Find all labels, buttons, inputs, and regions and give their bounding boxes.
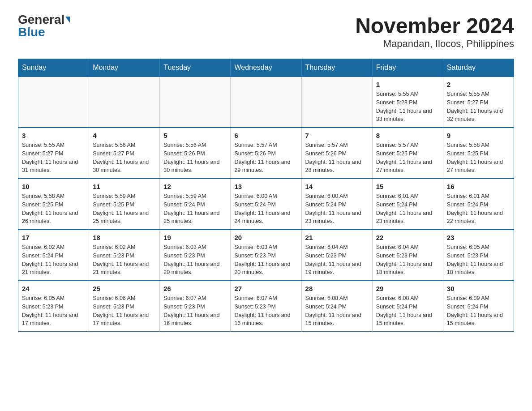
calendar-cell: 17Sunrise: 6:02 AMSunset: 5:24 PMDayligh…	[18, 230, 89, 281]
day-number: 29	[376, 285, 439, 292]
day-info: Sunrise: 6:08 AMSunset: 5:24 PMDaylight:…	[305, 294, 369, 328]
calendar-week-row: 1Sunrise: 5:55 AMSunset: 5:28 PMDaylight…	[18, 77, 514, 128]
page-subtitle: Mapandan, Ilocos, Philippines	[355, 38, 514, 50]
calendar-cell: 25Sunrise: 6:06 AMSunset: 5:23 PMDayligh…	[89, 281, 160, 332]
day-info: Sunrise: 6:09 AMSunset: 5:24 PMDaylight:…	[447, 294, 510, 328]
day-info: Sunrise: 5:55 AMSunset: 5:27 PMDaylight:…	[22, 141, 85, 175]
day-info: Sunrise: 6:06 AMSunset: 5:23 PMDaylight:…	[93, 294, 156, 328]
calendar-cell: 24Sunrise: 6:05 AMSunset: 5:23 PMDayligh…	[18, 281, 89, 332]
day-info: Sunrise: 5:59 AMSunset: 5:25 PMDaylight:…	[93, 192, 156, 226]
day-number: 13	[234, 183, 297, 190]
day-number: 11	[93, 183, 156, 190]
calendar-cell: 15Sunrise: 6:01 AMSunset: 5:24 PMDayligh…	[372, 179, 443, 230]
day-info: Sunrise: 6:00 AMSunset: 5:24 PMDaylight:…	[234, 192, 297, 226]
day-info: Sunrise: 5:58 AMSunset: 5:25 PMDaylight:…	[447, 141, 510, 175]
day-number: 18	[93, 234, 156, 241]
day-info: Sunrise: 6:05 AMSunset: 5:23 PMDaylight:…	[447, 243, 510, 277]
day-info: Sunrise: 6:03 AMSunset: 5:23 PMDaylight:…	[234, 243, 297, 277]
day-number: 4	[93, 132, 156, 139]
calendar-cell: 6Sunrise: 5:57 AMSunset: 5:26 PMDaylight…	[231, 128, 301, 179]
day-info: Sunrise: 5:57 AMSunset: 5:26 PMDaylight:…	[234, 141, 297, 175]
day-number: 24	[22, 285, 85, 292]
calendar-cell	[160, 77, 231, 128]
title-block: November 2024 Mapandan, Ilocos, Philippi…	[355, 13, 514, 50]
calendar-cell: 8Sunrise: 5:57 AMSunset: 5:25 PMDaylight…	[372, 128, 443, 179]
calendar-cell: 10Sunrise: 5:58 AMSunset: 5:25 PMDayligh…	[18, 179, 89, 230]
day-info: Sunrise: 6:03 AMSunset: 5:23 PMDaylight:…	[163, 243, 227, 277]
calendar-cell: 3Sunrise: 5:55 AMSunset: 5:27 PMDaylight…	[18, 128, 89, 179]
calendar-cell: 12Sunrise: 5:59 AMSunset: 5:24 PMDayligh…	[160, 179, 231, 230]
day-info: Sunrise: 6:04 AMSunset: 5:23 PMDaylight:…	[376, 243, 439, 277]
day-number: 6	[234, 132, 297, 139]
day-info: Sunrise: 5:57 AMSunset: 5:25 PMDaylight:…	[376, 141, 439, 175]
weekday-header-row: SundayMondayTuesdayWednesdayThursdayFrid…	[18, 59, 514, 77]
calendar-cell: 19Sunrise: 6:03 AMSunset: 5:23 PMDayligh…	[160, 230, 231, 281]
day-number: 30	[447, 285, 510, 292]
day-info: Sunrise: 5:55 AMSunset: 5:28 PMDaylight:…	[376, 90, 439, 124]
day-info: Sunrise: 6:01 AMSunset: 5:24 PMDaylight:…	[376, 192, 439, 226]
page-header: General Blue November 2024 Mapandan, Ilo…	[18, 13, 514, 50]
calendar-cell	[301, 77, 372, 128]
day-number: 16	[447, 183, 510, 190]
calendar-cell: 28Sunrise: 6:08 AMSunset: 5:24 PMDayligh…	[301, 281, 372, 332]
calendar-cell: 21Sunrise: 6:04 AMSunset: 5:23 PMDayligh…	[301, 230, 372, 281]
logo-general: General	[18, 13, 64, 26]
weekday-header-thursday: Thursday	[301, 59, 372, 77]
calendar-table: SundayMondayTuesdayWednesdayThursdayFrid…	[18, 59, 514, 332]
weekday-header-saturday: Saturday	[443, 59, 514, 77]
day-info: Sunrise: 5:56 AMSunset: 5:27 PMDaylight:…	[93, 141, 156, 175]
day-info: Sunrise: 6:08 AMSunset: 5:24 PMDaylight:…	[376, 294, 439, 328]
calendar-week-row: 17Sunrise: 6:02 AMSunset: 5:24 PMDayligh…	[18, 230, 514, 281]
logo: General Blue	[18, 13, 70, 39]
day-info: Sunrise: 6:07 AMSunset: 5:23 PMDaylight:…	[163, 294, 227, 328]
day-info: Sunrise: 5:59 AMSunset: 5:24 PMDaylight:…	[163, 192, 227, 226]
calendar-cell: 5Sunrise: 5:56 AMSunset: 5:26 PMDaylight…	[160, 128, 231, 179]
calendar-cell: 11Sunrise: 5:59 AMSunset: 5:25 PMDayligh…	[89, 179, 160, 230]
calendar-cell: 20Sunrise: 6:03 AMSunset: 5:23 PMDayligh…	[231, 230, 301, 281]
calendar-cell: 14Sunrise: 6:00 AMSunset: 5:24 PMDayligh…	[301, 179, 372, 230]
calendar-cell: 30Sunrise: 6:09 AMSunset: 5:24 PMDayligh…	[443, 281, 514, 332]
day-number: 7	[305, 132, 369, 139]
day-info: Sunrise: 5:58 AMSunset: 5:25 PMDaylight:…	[22, 192, 85, 226]
day-number: 2	[447, 81, 510, 88]
weekday-header-sunday: Sunday	[18, 59, 89, 77]
day-number: 20	[234, 234, 297, 241]
calendar-cell: 1Sunrise: 5:55 AMSunset: 5:28 PMDaylight…	[372, 77, 443, 128]
day-info: Sunrise: 6:07 AMSunset: 5:23 PMDaylight:…	[234, 294, 297, 328]
page-title: November 2024	[355, 13, 514, 38]
day-number: 15	[376, 183, 439, 190]
day-number: 28	[305, 285, 369, 292]
calendar-body: 1Sunrise: 5:55 AMSunset: 5:28 PMDaylight…	[18, 77, 514, 332]
calendar-week-row: 24Sunrise: 6:05 AMSunset: 5:23 PMDayligh…	[18, 281, 514, 332]
calendar-cell	[89, 77, 160, 128]
calendar-cell: 16Sunrise: 6:01 AMSunset: 5:24 PMDayligh…	[443, 179, 514, 230]
calendar-cell: 4Sunrise: 5:56 AMSunset: 5:27 PMDaylight…	[89, 128, 160, 179]
calendar-cell: 9Sunrise: 5:58 AMSunset: 5:25 PMDaylight…	[443, 128, 514, 179]
calendar-cell: 22Sunrise: 6:04 AMSunset: 5:23 PMDayligh…	[372, 230, 443, 281]
day-info: Sunrise: 5:55 AMSunset: 5:27 PMDaylight:…	[447, 90, 510, 124]
logo-triangle-icon	[65, 17, 70, 23]
day-number: 3	[22, 132, 85, 139]
day-number: 21	[305, 234, 369, 241]
weekday-header-friday: Friday	[372, 59, 443, 77]
weekday-header-wednesday: Wednesday	[231, 59, 301, 77]
day-info: Sunrise: 6:00 AMSunset: 5:24 PMDaylight:…	[305, 192, 369, 226]
calendar-week-row: 10Sunrise: 5:58 AMSunset: 5:25 PMDayligh…	[18, 179, 514, 230]
calendar-week-row: 3Sunrise: 5:55 AMSunset: 5:27 PMDaylight…	[18, 128, 514, 179]
day-info: Sunrise: 6:02 AMSunset: 5:23 PMDaylight:…	[93, 243, 156, 277]
day-number: 22	[376, 234, 439, 241]
day-number: 12	[163, 183, 227, 190]
weekday-header-tuesday: Tuesday	[160, 59, 231, 77]
day-info: Sunrise: 6:02 AMSunset: 5:24 PMDaylight:…	[22, 243, 85, 277]
calendar-cell: 7Sunrise: 5:57 AMSunset: 5:26 PMDaylight…	[301, 128, 372, 179]
day-number: 27	[234, 285, 297, 292]
day-number: 14	[305, 183, 369, 190]
day-number: 26	[163, 285, 227, 292]
logo-blue: Blue	[18, 26, 45, 39]
calendar-cell: 23Sunrise: 6:05 AMSunset: 5:23 PMDayligh…	[443, 230, 514, 281]
day-number: 19	[163, 234, 227, 241]
calendar-cell: 13Sunrise: 6:00 AMSunset: 5:24 PMDayligh…	[231, 179, 301, 230]
day-number: 1	[376, 81, 439, 88]
weekday-header-monday: Monday	[89, 59, 160, 77]
day-number: 23	[447, 234, 510, 241]
